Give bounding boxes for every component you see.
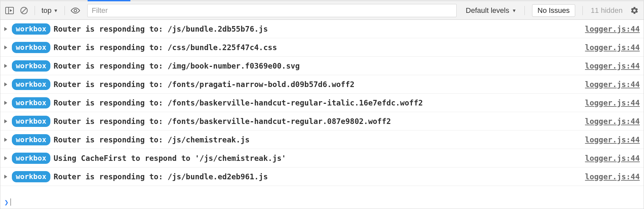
prompt-caret [11,198,11,206]
console-log-row[interactable]: workboxRouter is responding to: /js/bund… [0,167,644,186]
workbox-badge: workbox [12,97,50,108]
source-link[interactable]: logger.js:44 [585,25,640,33]
dropdown-triangle-icon: ▼ [54,8,58,13]
console-log-row[interactable]: workboxRouter is responding to: /js/chem… [0,131,644,149]
workbox-badge: workbox [12,79,50,90]
workbox-badge: workbox [12,116,50,127]
disclosure-triangle-icon[interactable] [4,64,7,68]
console-log-row[interactable]: workboxRouter is responding to: /fonts/b… [0,94,644,112]
separator [524,6,525,15]
source-link[interactable]: logger.js:44 [585,172,640,181]
dropdown-triangle-icon: ▼ [512,8,517,13]
svg-marker-2 [10,9,12,12]
console-prompt[interactable]: ❯ [0,195,644,209]
disclosure-triangle-icon[interactable] [4,82,7,86]
filter-input[interactable] [87,4,456,17]
source-link[interactable]: logger.js:44 [585,62,640,70]
disclosure-triangle-icon[interactable] [4,27,7,31]
disclosure-triangle-icon[interactable] [4,156,7,160]
log-message: Router is responding to: /fonts/pragati-… [54,80,582,89]
source-link[interactable]: logger.js:44 [585,117,640,126]
log-message: Router is responding to: /fonts/baskervi… [54,117,582,126]
workbox-badge: workbox [12,60,50,72]
workbox-badge: workbox [12,134,50,145]
disclosure-triangle-icon[interactable] [4,101,7,105]
context-label: top [41,6,52,15]
source-link[interactable]: logger.js:44 [585,135,640,144]
live-expression-icon[interactable] [69,5,81,16]
svg-line-4 [22,8,26,13]
hidden-messages-label[interactable]: 11 hidden [587,6,626,15]
console-log-row[interactable]: workboxRouter is responding to: /fonts/b… [0,112,644,131]
clear-console-icon[interactable] [18,5,30,16]
disclosure-triangle-icon[interactable] [4,119,7,123]
log-message: Router is responding to: /css/bundle.225… [54,43,582,52]
separator [582,6,583,15]
log-message: Router is responding to: /fonts/baskervi… [54,99,582,107]
disclosure-triangle-icon[interactable] [4,138,7,142]
console-log-row[interactable]: workboxRouter is responding to: /css/bun… [0,38,644,57]
issues-label: No Issues [538,6,570,15]
console-log-row[interactable]: workboxRouter is responding to: /fonts/p… [0,75,644,94]
log-message: Router is responding to: /img/book-numbe… [54,62,582,70]
prompt-chevron-icon: ❯ [4,198,9,206]
workbox-badge: workbox [12,153,50,164]
log-message: Router is responding to: /js/chemistreak… [54,135,582,144]
separator [65,6,65,15]
svg-rect-0 [6,7,13,14]
source-link[interactable]: logger.js:44 [585,99,640,107]
issues-button[interactable]: No Issues [532,4,576,17]
log-levels-selector[interactable]: Default levels ▼ [463,6,520,15]
console-log-row[interactable]: workboxRouter is responding to: /js/bund… [0,20,644,38]
source-link[interactable]: logger.js:44 [585,80,640,89]
console-panel: top ▼ Default levels ▼ No Issues 11 hidd… [0,0,644,209]
disclosure-triangle-icon[interactable] [4,45,7,49]
disclosure-triangle-icon[interactable] [4,175,7,179]
workbox-badge: workbox [12,23,50,35]
console-log-list: workboxRouter is responding to: /js/bund… [0,20,644,195]
workbox-badge: workbox [12,42,50,53]
console-log-row[interactable]: workboxUsing CacheFirst to respond to '/… [0,149,644,167]
source-link[interactable]: logger.js:44 [585,154,640,163]
source-link[interactable]: logger.js:44 [585,43,640,52]
log-message: Using CacheFirst to respond to '/js/chem… [54,154,582,163]
svg-point-5 [74,9,77,12]
execution-context-selector[interactable]: top ▼ [40,6,60,15]
levels-label: Default levels [466,6,509,15]
separator [35,6,35,15]
log-message: Router is responding to: /js/bundle.ed2e… [54,172,582,181]
log-message: Router is responding to: /js/bundle.2db5… [54,25,582,33]
console-log-row[interactable]: workboxRouter is responding to: /img/boo… [0,57,644,75]
toggle-sidebar-icon[interactable] [4,5,15,16]
settings-gear-icon[interactable] [629,5,640,16]
workbox-badge: workbox [12,171,50,182]
console-toolbar: top ▼ Default levels ▼ No Issues 11 hidd… [0,1,644,20]
